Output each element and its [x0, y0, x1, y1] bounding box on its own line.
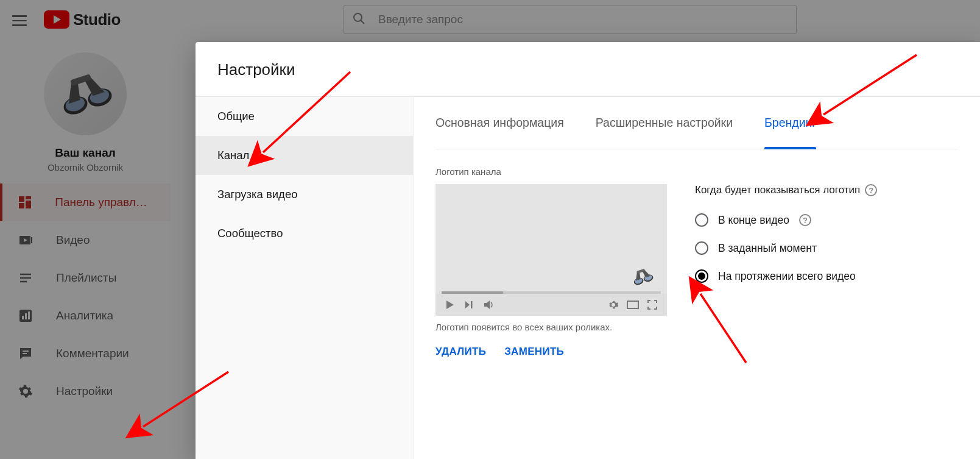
- settings-nav-upload[interactable]: Загрузка видео: [196, 175, 413, 214]
- radio-icon: [695, 269, 708, 283]
- settings-gear-icon[interactable]: [607, 298, 620, 311]
- radio-icon: [695, 213, 708, 227]
- help-icon[interactable]: ?: [865, 184, 877, 196]
- svg-rect-29: [471, 301, 473, 308]
- settings-nav-community[interactable]: Сообщество: [196, 214, 413, 253]
- radio-option-custom-time[interactable]: В заданный момент: [695, 234, 877, 262]
- dialog-title: Настройки: [196, 42, 980, 96]
- settings-content: Основная информация Расширенные настройк…: [414, 97, 980, 459]
- section-label-logo: Логотип канала: [435, 166, 958, 177]
- radio-label: На протяжении всего видео: [718, 270, 856, 283]
- replace-button[interactable]: ЗАМЕНИТЬ: [504, 346, 564, 358]
- next-icon[interactable]: [463, 298, 476, 311]
- preview-caption: Логотип появится во всех ваших роликах.: [435, 322, 667, 332]
- svg-marker-27: [446, 301, 454, 309]
- radio-icon: [695, 241, 708, 255]
- tab-advanced[interactable]: Расширенные настройки: [596, 97, 733, 149]
- theater-icon[interactable]: [626, 298, 640, 311]
- video-preview: [435, 184, 667, 316]
- svg-rect-31: [627, 301, 638, 308]
- help-icon[interactable]: ?: [799, 214, 811, 226]
- radio-label: В конце видео: [718, 214, 789, 227]
- svg-marker-30: [484, 301, 490, 309]
- watermark-logo-preview: [627, 266, 658, 288]
- delete-button[interactable]: УДАЛИТЬ: [435, 346, 486, 358]
- timing-label: Когда будет показываться логотип: [695, 184, 860, 196]
- tab-basic-info[interactable]: Основная информация: [435, 97, 564, 149]
- settings-left-nav: Общие Канал Загрузка видео Сообщество: [196, 97, 414, 459]
- volume-icon[interactable]: [482, 298, 496, 311]
- svg-marker-28: [465, 301, 470, 308]
- settings-nav-general[interactable]: Общие: [196, 97, 413, 136]
- settings-nav-channel[interactable]: Канал: [196, 136, 413, 175]
- radio-option-end[interactable]: В конце видео ?: [695, 206, 877, 234]
- settings-dialog: Настройки Общие Канал Загрузка видео Соо…: [196, 42, 980, 459]
- fullscreen-icon[interactable]: [646, 298, 659, 311]
- play-icon[interactable]: [443, 298, 457, 311]
- radio-option-entire-video[interactable]: На протяжении всего видео: [695, 262, 877, 290]
- tab-branding[interactable]: Брендинг: [764, 97, 816, 149]
- radio-label: В заданный момент: [718, 242, 817, 255]
